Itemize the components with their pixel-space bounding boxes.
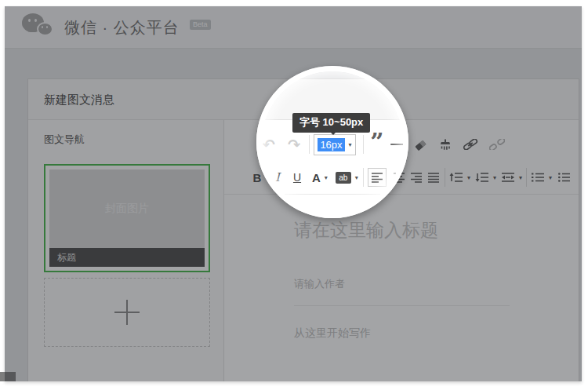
font-size-value: 16px [318,138,344,151]
horizontal-rule-button[interactable] [390,144,405,145]
page-background: 新建图文消息 图文导航 封面图片 标题 [5,49,582,381]
cover-image-placeholder[interactable]: 封面图片 [49,169,205,248]
separator [363,135,364,154]
ordered-list-button[interactable]: ▾ [531,172,552,183]
underline-icon: U [293,171,301,184]
italic-button[interactable]: I [273,170,282,184]
align-right-button[interactable] [410,172,423,184]
screenshot-canvas: 微信 · 公众平台 Beta 新建图文消息 图文导航 封面图片 [0,0,588,390]
indent-icon [501,172,515,183]
blockquote-button[interactable]: ” [368,138,386,151]
tooltip-arrow-icon [329,131,337,139]
horizontal-rule-icon [390,144,405,145]
app-header: 微信 · 公众平台 Beta [5,6,582,49]
eraser-icon [414,139,428,151]
justify-icon [427,172,440,184]
chevron-down-icon: ▾ [355,174,358,181]
article-title-text: 标题 [57,252,76,263]
bold-button[interactable]: B [251,171,263,184]
nav-label: 图文导航 [44,133,223,147]
plus-icon [114,300,140,325]
add-article-button[interactable] [44,278,210,347]
corner-artifact [0,372,16,381]
editor-area: ↶ ↷ 16px ▾ [224,120,579,381]
indent-button[interactable]: ▾ [501,172,522,183]
font-size-tooltip: 字号 10~50px [292,113,370,133]
link-icon [463,139,478,150]
font-color-icon: A [312,171,321,184]
align-center-icon [393,172,405,184]
chevron-down-icon: ▾ [493,174,496,181]
title-input[interactable]: 请在这里输入标题 [294,218,510,242]
redo-icon: ↷ [288,136,300,154]
line-spacing-increase-button[interactable]: ▾ [449,172,470,183]
article-nav-sidebar: 图文导航 封面图片 标题 [28,120,224,381]
undo-button[interactable]: ↶ [260,136,278,154]
format-brush-button[interactable] [439,138,452,151]
align-right-icon [410,172,423,184]
chevron-down-icon: ▾ [549,174,552,181]
toolbar-row-2: B I U A ▾ [224,161,579,194]
align-left-icon [371,172,383,184]
italic-icon: I [275,170,280,184]
highlight-icon: ab [336,172,351,184]
unordered-list-button[interactable] [557,172,570,183]
underline-button[interactable]: U [292,171,303,184]
unordered-list-icon [557,172,570,183]
cover-placeholder-text: 封面图片 [105,202,149,216]
separator [445,168,445,187]
separator [363,168,364,187]
separator [526,168,527,187]
blockquote-icon: ” [370,138,383,151]
unlink-button[interactable] [489,139,505,150]
author-input[interactable]: 请输入作者 [294,277,510,291]
chevron-down-icon: ▾ [349,141,352,148]
link-button[interactable] [463,139,478,150]
eraser-button[interactable] [414,139,428,151]
body-input[interactable]: 从这里开始写作 [294,326,510,341]
chevron-down-icon: ▾ [325,174,328,181]
align-left-button[interactable] [368,168,387,187]
editor-content: 请在这里输入标题 请输入作者 从这里开始写作 [224,195,579,341]
font-color-button[interactable]: A ▾ [312,171,328,184]
separator [309,135,310,154]
line-spacing-decrease-icon [475,172,489,183]
beta-badge: Beta [190,20,211,30]
line-spacing-decrease-button[interactable]: ▾ [475,172,496,183]
redo-button[interactable]: ↷ [285,136,303,154]
format-brush-icon [439,138,452,151]
app-title: 微信 · 公众平台 [64,6,180,49]
highlight-button[interactable]: ab ▾ [336,172,358,184]
undo-icon: ↶ [263,136,275,154]
toolbar-row-1: ↶ ↷ 16px ▾ [224,128,579,161]
unlink-icon [489,139,505,150]
bold-icon: B [253,171,262,184]
justify-button[interactable] [427,172,440,184]
article-card-selected[interactable]: 封面图片 标题 [44,164,210,272]
align-center-button[interactable] [393,172,405,184]
wechat-logo-icon [22,12,58,43]
chevron-down-icon: ▾ [519,174,522,181]
article-title-bar: 标题 [49,248,205,267]
editor-toolbar: ↶ ↷ 16px ▾ [224,120,579,195]
line-spacing-increase-icon [449,172,463,183]
chevron-down-icon: ▾ [467,174,470,181]
wechat-editor-page: 微信 · 公众平台 Beta 新建图文消息 图文导航 封面图片 [5,6,582,381]
ordered-list-icon [531,172,545,183]
content-divider [294,305,510,306]
